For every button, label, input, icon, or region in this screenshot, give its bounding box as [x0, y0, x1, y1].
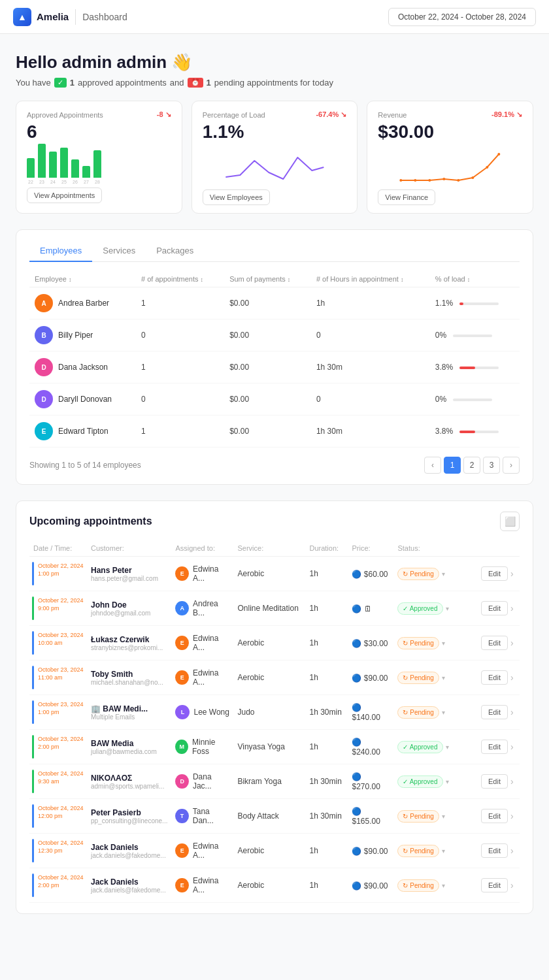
date-bar: [32, 770, 34, 793]
emp-name-cell: D Dana Jackson: [29, 351, 136, 384]
edit-button[interactable]: Edit: [481, 566, 508, 581]
status-cell: ↻ Pending ▾: [393, 799, 477, 834]
stat-value-2: $30.00: [378, 122, 522, 142]
emp-payments: $0.00: [224, 287, 311, 319]
page-1[interactable]: 1: [444, 457, 461, 474]
view-appointments-btn[interactable]: View Appointments: [27, 188, 102, 203]
upcoming-header: Upcoming appointments ⬜: [29, 512, 520, 531]
row-chevron-right[interactable]: ›: [510, 603, 514, 613]
view-finance-btn[interactable]: View Finance: [378, 189, 435, 205]
duration-cell: 1h: [305, 661, 348, 695]
row-chevron-right[interactable]: ›: [510, 845, 514, 856]
status-chevron[interactable]: ▾: [442, 674, 445, 681]
row-chevron-right[interactable]: ›: [510, 776, 514, 787]
col-header-status: Status:: [393, 540, 477, 557]
emp-name-cell: D Daryll Donovan: [29, 384, 136, 416]
col-header-action: [477, 540, 520, 557]
edit-button[interactable]: Edit: [481, 740, 508, 754]
date-line2: 9:30 am: [38, 778, 84, 785]
duration-cell: 1h: [305, 626, 348, 661]
emp-appointments: 1: [136, 351, 224, 384]
emp-load: 0%: [430, 319, 520, 351]
row-chevron-right[interactable]: ›: [510, 672, 514, 683]
duration-cell: 1h 30min: [305, 764, 348, 799]
date-line1: October 23, 2024: [38, 700, 84, 709]
row-chevron-right[interactable]: ›: [510, 707, 514, 717]
main-content: Hello admin admin 👋 You have ✓ 1 approve…: [0, 34, 549, 930]
emp-load: 3.8%: [430, 351, 520, 384]
status-chevron[interactable]: ▾: [446, 778, 449, 785]
tab-packages[interactable]: Packages: [146, 240, 204, 262]
emp-hours: 1h 30m: [311, 416, 430, 448]
edit-button[interactable]: Edit: [481, 843, 508, 858]
row-chevron-right[interactable]: ›: [510, 638, 514, 648]
header: ▲ Amelia Dashboard October 22, 2024 - Oc…: [0, 0, 549, 34]
status-chevron[interactable]: ▾: [446, 743, 449, 751]
status-chevron[interactable]: ▾: [442, 640, 445, 647]
appointment-row: October 23, 2024 2:00 pm BAW Media julia…: [29, 730, 520, 764]
edit-button[interactable]: Edit: [481, 878, 508, 892]
row-chevron-right[interactable]: ›: [510, 811, 514, 821]
assigned-cell: E Edwina A...: [171, 557, 233, 591]
status-chevron[interactable]: ▾: [442, 709, 445, 716]
svg-point-0: [400, 179, 403, 182]
date-cell: October 24, 2024 9:30 am: [29, 764, 87, 799]
employee-section: Employees Services Packages Employee ↕ #…: [16, 229, 533, 485]
date-line1: October 24, 2024: [38, 804, 84, 813]
export-btn[interactable]: ⬜: [500, 512, 520, 531]
date-cell: October 24, 2024 2:00 pm: [29, 868, 87, 903]
status-badge: ↻ Pending: [397, 879, 439, 892]
stat-change-2: -89.1% ↘: [491, 110, 522, 119]
customer-cell: Peter Pasierb pp_consulting@linecone...: [87, 799, 171, 834]
col-header-assigned: Assigned to:: [171, 540, 233, 557]
row-chevron-right[interactable]: ›: [510, 880, 514, 890]
status-badge: ↻ Pending: [397, 810, 439, 823]
edit-button[interactable]: Edit: [481, 601, 508, 615]
emp-hours: 0: [311, 384, 430, 416]
row-chevron-right[interactable]: ›: [510, 742, 514, 752]
th-load: % of load ↕: [430, 271, 520, 287]
approved-badge: ✓: [54, 78, 67, 88]
svg-point-7: [498, 153, 501, 155]
emp-name: Dana Jackson: [58, 363, 108, 372]
assigned-avatar: E: [175, 878, 189, 892]
status-chevron[interactable]: ▾: [446, 605, 449, 612]
col-header-price: Price:: [348, 540, 393, 557]
edit-button[interactable]: Edit: [481, 670, 508, 685]
emp-load: 3.8%: [430, 416, 520, 448]
date-cell: October 24, 2024 12:00 pm: [29, 799, 87, 834]
status-cell: ✓ Approved ▾: [393, 591, 477, 626]
pagination-info: Showing 1 to 5 of 14 employees: [29, 461, 141, 470]
edit-button[interactable]: Edit: [481, 774, 508, 789]
status-chevron[interactable]: ▾: [442, 882, 445, 889]
edit-button[interactable]: Edit: [481, 636, 508, 650]
edit-button[interactable]: Edit: [481, 809, 508, 823]
assigned-name: Edwina A...: [193, 876, 229, 894]
page-3[interactable]: 3: [483, 457, 500, 474]
date-bar: [32, 666, 34, 689]
row-chevron-right[interactable]: ›: [510, 568, 514, 579]
edit-button[interactable]: Edit: [481, 705, 508, 719]
page-next[interactable]: ›: [503, 457, 520, 474]
status-chevron[interactable]: ▾: [442, 847, 445, 855]
tab-services[interactable]: Services: [92, 240, 146, 262]
status-chevron[interactable]: ▾: [442, 813, 445, 820]
pending-count: 1: [207, 78, 211, 88]
stat-card-appointments: Approved Appointments -8 ↘ 6 22 23 24: [16, 101, 182, 214]
duration-cell: 1h: [305, 868, 348, 903]
date-cell: October 23, 2024 11:00 am: [29, 661, 87, 695]
action-cell: Edit ›: [477, 557, 520, 591]
price-cell: 🔵 $240.00: [348, 730, 393, 764]
emp-payments: $0.00: [224, 319, 311, 351]
service-cell: Online Meditation: [233, 591, 305, 626]
view-employees-btn[interactable]: View Employees: [203, 189, 270, 205]
bar-chart-0: 22 23 24 25 26 27 28: [27, 148, 171, 184]
stat-change-0: -8 ↘: [157, 110, 171, 119]
date-bar: [32, 735, 34, 759]
avatar: A: [35, 294, 53, 312]
greeting-subtitle: You have ✓ 1 approved appointments and ⏰…: [16, 78, 533, 88]
page-2[interactable]: 2: [463, 457, 480, 474]
status-chevron[interactable]: ▾: [442, 570, 445, 578]
page-prev[interactable]: ‹: [424, 457, 441, 474]
tab-employees[interactable]: Employees: [29, 240, 92, 262]
